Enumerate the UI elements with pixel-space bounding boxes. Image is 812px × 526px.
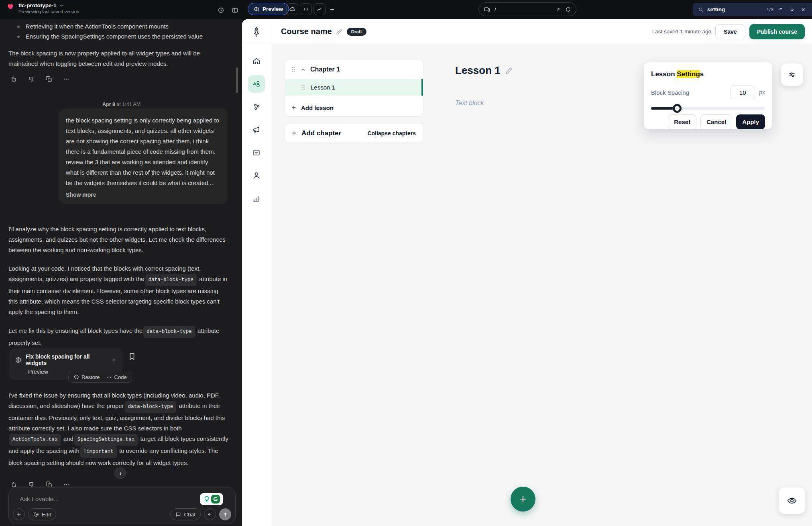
restore-button[interactable]: Restore: [73, 374, 100, 380]
edit-mode-button[interactable]: Edit: [28, 508, 56, 520]
collapse-chapters-link[interactable]: Collapse chapters: [367, 130, 416, 137]
draft-status-badge: Draft: [347, 28, 366, 36]
publish-course-button[interactable]: Publish course: [749, 24, 805, 39]
history-icon[interactable]: [216, 6, 225, 14]
text-block-placeholder[interactable]: Text block: [455, 100, 484, 107]
sidebar-item-analytics[interactable]: [248, 190, 265, 207]
open-external-icon[interactable]: [555, 6, 561, 12]
new-tab-button[interactable]: [326, 3, 338, 15]
app-logo[interactable]: [242, 19, 271, 44]
add-chapter-button[interactable]: Add chapter: [291, 129, 341, 137]
code-button[interactable]: Code: [106, 374, 127, 380]
code-chip: data-block-type: [125, 401, 177, 413]
sidebar-item-content[interactable]: [248, 75, 265, 93]
arrow-down-icon: [118, 471, 123, 476]
layout-settings-button[interactable]: [781, 63, 803, 86]
chapter-card: Chapter 1 Lesson 1 Add lesson: [285, 60, 423, 116]
bullet-item: Ensuring the SpacingSettings component u…: [26, 31, 203, 41]
chat-bubble-icon: [175, 512, 181, 517]
chat-input[interactable]: [20, 495, 164, 503]
chat-mode-button[interactable]: Chat: [170, 508, 201, 520]
edit-pencil-icon[interactable]: [336, 28, 343, 35]
url-bar[interactable]: /: [478, 2, 576, 16]
grammarly-widget[interactable]: G: [200, 493, 223, 505]
show-more-link[interactable]: Show more: [66, 192, 96, 198]
drag-handle-icon[interactable]: [300, 84, 306, 91]
sliders-icon: [788, 70, 796, 79]
thumbs-down-icon[interactable]: [28, 75, 35, 83]
find-input[interactable]: [707, 6, 755, 12]
voice-input-button[interactable]: [204, 508, 216, 520]
pocket-icon: [252, 148, 261, 157]
course-header: Course name Draft Last saved 1 minute ag…: [271, 19, 812, 44]
thumbs-up-icon[interactable]: [10, 75, 17, 83]
sidebar-item-marketing[interactable]: [248, 121, 265, 139]
find-close-icon[interactable]: [799, 6, 807, 14]
add-block-fab[interactable]: [511, 487, 535, 512]
code-icon: [106, 375, 112, 380]
drag-handle-icon[interactable]: [291, 66, 296, 73]
add-lesson-button[interactable]: Add lesson: [285, 99, 423, 116]
code-chip: data-block-type: [145, 274, 197, 286]
bookmark-icon[interactable]: [128, 352, 136, 361]
bar-chart-icon: [252, 194, 261, 203]
deploy-cloud-button[interactable]: [286, 3, 298, 15]
chat-composer: G Edit Chat: [8, 487, 236, 524]
chapter-header-row[interactable]: Chapter 1: [285, 60, 423, 79]
timestamp-time: at 1:41 AM: [115, 102, 140, 107]
lovable-logo-icon: [6, 2, 14, 10]
edit-pencil-icon[interactable]: [505, 67, 513, 74]
more-options-icon[interactable]: [63, 75, 70, 83]
shapes-icon: [252, 80, 261, 88]
apply-button[interactable]: Apply: [736, 114, 765, 129]
panel-toggle-icon[interactable]: [230, 6, 239, 14]
chat-scrollbar-thumb[interactable]: [236, 67, 238, 93]
assistant-summary: The block spacing is now properly applie…: [8, 48, 228, 69]
cancel-button[interactable]: Cancel: [700, 114, 732, 129]
plus-icon: [291, 104, 297, 111]
save-button[interactable]: Save: [715, 24, 745, 39]
code-view-button[interactable]: [300, 3, 312, 15]
lesson-settings-title: Lesson Settings: [651, 70, 765, 78]
sidebar-item-profile[interactable]: [248, 167, 265, 184]
message-actions: [10, 75, 70, 83]
plus-icon: [518, 494, 528, 504]
reset-button[interactable]: Reset: [668, 114, 696, 129]
sidebar-item-community[interactable]: [248, 98, 265, 116]
version-actions-pill: Restore Code: [68, 372, 132, 383]
block-spacing-slider[interactable]: [651, 104, 765, 113]
message-timestamp: Apr 8 at 1:41 AM: [8, 102, 234, 107]
scroll-to-bottom-button[interactable]: [114, 467, 126, 479]
project-subtitle: Previewing last saved version: [18, 9, 79, 14]
project-brand[interactable]: flc-prototype-1 Previewing last saved ve…: [6, 2, 79, 14]
block-spacing-input[interactable]: [730, 86, 755, 99]
cloud-icon: [289, 6, 295, 12]
copy-icon[interactable]: [45, 75, 53, 83]
analytics-button[interactable]: [313, 3, 326, 15]
app-sidebar-rail: [242, 19, 271, 526]
find-next-icon[interactable]: [788, 6, 796, 14]
chevron-up-icon[interactable]: [300, 67, 306, 73]
sidebar-item-home[interactable]: [248, 52, 265, 70]
suggestion-bulb-icon: [203, 495, 210, 503]
lesson-settings-popover: Lesson Settings Block Spacing px Reset C…: [644, 62, 772, 129]
find-previous-icon[interactable]: [777, 6, 785, 14]
chapter-title: Chapter 1: [310, 66, 340, 73]
project-name: flc-prototype-1: [18, 2, 57, 8]
slider-thumb[interactable]: [673, 104, 682, 113]
attach-button[interactable]: [13, 508, 25, 520]
app-preview-frame: Course name Draft Last saved 1 minute ag…: [242, 19, 812, 526]
sidebar-item-store[interactable]: [248, 144, 265, 161]
preview-mode-button[interactable]: Preview: [248, 3, 289, 15]
preview-toggle-button[interactable]: [779, 487, 805, 514]
assistant-bullet-list: ●Retrieving it when the ActionTools comp…: [0, 21, 231, 41]
lesson-heading: Lesson 1: [455, 64, 513, 77]
person-icon: [252, 171, 261, 180]
user-message-text: the block spacing setting is only correc…: [66, 115, 220, 188]
send-button[interactable]: [219, 508, 231, 520]
lesson-item-label: Lesson 1: [311, 84, 335, 91]
topbar: flc-prototype-1 Previewing last saved ve…: [0, 0, 812, 19]
lesson-list-item[interactable]: Lesson 1: [285, 79, 423, 96]
refresh-icon[interactable]: [565, 6, 571, 12]
code-chip: data-block-type: [143, 326, 195, 338]
